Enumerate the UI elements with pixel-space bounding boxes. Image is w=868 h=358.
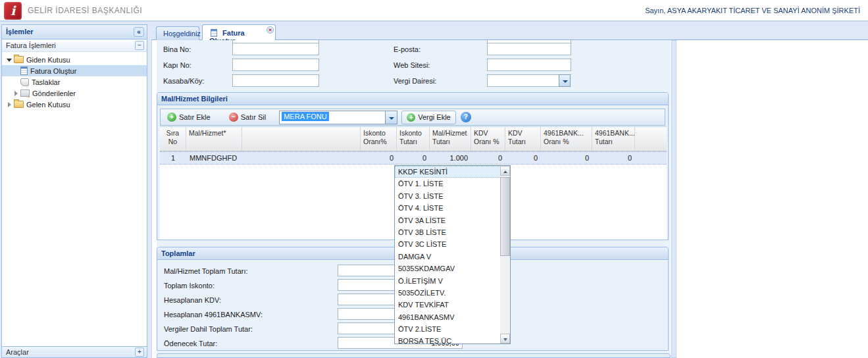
- dropdown-option[interactable]: ÖTV 4. LİSTE: [395, 202, 501, 214]
- sidebar: İşlemler « Fatura İşlemleri − Giden Kutu…: [1, 24, 147, 358]
- web-sitesi-input[interactable]: [487, 59, 571, 71]
- grid-header-row: Sıra No Mal/Hizmet* Iskonto Oranı% Iskon…: [160, 127, 667, 151]
- tab-bar: Hoşgeldiniz Fatura Oluştur ✕: [151, 24, 868, 40]
- kasaba-koy-input[interactable]: [232, 74, 319, 87]
- column-header-kdv-tutari[interactable]: KDV Tutarı: [505, 127, 541, 151]
- expanded-arrow-icon[interactable]: [6, 57, 13, 63]
- user-greeting: Sayın, ASYA AKARYAKIT TİCARET VE SANAYİ …: [645, 7, 860, 14]
- add-icon: +: [407, 113, 415, 122]
- kapi-no-input[interactable]: [232, 59, 319, 71]
- add-tax-button[interactable]: + Vergi Ekle: [401, 111, 456, 124]
- tab-close-icon[interactable]: ✕: [267, 26, 274, 34]
- add-icon: +: [167, 113, 176, 122]
- folder-icon: [14, 101, 24, 108]
- dropdown-option[interactable]: 4961BANKASMV: [395, 311, 501, 323]
- column-header-iskonto-tutari[interactable]: Iskonto Tutarı: [397, 127, 430, 151]
- grid-row-selected[interactable]: 1 MMNFDGHFD 0 0 1.000 0 0 0 0: [160, 151, 667, 165]
- scrollbar-thumb[interactable]: [500, 177, 510, 256]
- calculated-4961bankasmv-label: Hesaplanan 4961BANKASMV:: [164, 311, 263, 319]
- grid-toolbar: + Satır Ekle − Satır Sil MERA FONU + Ver…: [160, 109, 665, 126]
- collapsed-arrow-icon[interactable]: [6, 101, 13, 108]
- column-header-mal-hizmet[interactable]: Mal/Hizmet*: [186, 127, 242, 151]
- total-with-taxes-label: Vergiler Dahil Toplam Tutar:: [164, 325, 253, 333]
- kasaba-koy-label: Kasaba/Köy:: [163, 77, 204, 85]
- column-header-empty: [635, 127, 667, 151]
- dropdown-option[interactable]: BORSA TES.ÜC: [395, 335, 501, 344]
- dropdown-option[interactable]: ÖTV 3B LİSTE: [395, 226, 501, 238]
- tree-panel-header: Fatura İşlemleri −: [2, 39, 147, 52]
- calculated-kdv-label: Hesaplanan KDV:: [164, 296, 221, 304]
- web-sitesi-label: Web Sitesi:: [394, 61, 430, 69]
- dropdown-option[interactable]: ÖTV 2.LİSTE: [395, 323, 501, 335]
- column-header-kdv-orani[interactable]: KDV Oranı %: [471, 127, 505, 151]
- tree-item-giden-kutusu[interactable]: Giden Kutusu: [2, 54, 147, 65]
- total-discount-label: Toplam Iskonto:: [164, 282, 215, 290]
- payable-amount-label: Ödenecek Tutar:: [164, 340, 217, 347]
- tree-item-gonderilenler[interactable]: Gönderilenler: [2, 88, 147, 99]
- dropdown-option[interactable]: DAMGA V: [395, 251, 501, 263]
- folder-icon: [14, 56, 24, 63]
- tools-panel-header[interactable]: Araçlar +: [2, 346, 147, 357]
- next-section-panel-partial: [157, 353, 671, 358]
- drafts-icon: [20, 78, 29, 86]
- scroll-down-icon[interactable]: [500, 334, 510, 344]
- dropdown-option[interactable]: KKDF KESİNTİ: [395, 166, 501, 178]
- tax-type-dropdown-list: KKDF KESİNTİ ÖTV 1. LİSTE ÖTV 3. LİSTE Ö…: [394, 165, 511, 344]
- column-header-iskonto-orani[interactable]: Iskonto Oranı%: [361, 127, 397, 151]
- column-header-4961bank-tutari[interactable]: 4961BANK... Tutarı: [592, 127, 635, 151]
- column-header-sira-no[interactable]: Sıra No: [160, 127, 186, 151]
- dropdown-option[interactable]: ÖTV 3A LİSTE: [395, 215, 501, 226]
- tools-expand-button[interactable]: +: [135, 347, 144, 357]
- dropdown-option[interactable]: ÖTV 3. LİSTE: [395, 190, 501, 202]
- dropdown-option[interactable]: 5035ÖZİLETV.: [395, 287, 501, 299]
- total-amount-label: Mal/Hizmet Toplam Tutarı:: [164, 267, 248, 275]
- column-header-mal-hizmet-tutari[interactable]: Mal/Hizmet Tutarı: [430, 127, 471, 151]
- tools-panel-title: Araçlar: [6, 348, 29, 356]
- delete-row-button[interactable]: − Satır Sil: [225, 113, 270, 122]
- vergi-dairesi-label: Vergi Dairesi:: [394, 77, 436, 85]
- bina-no-input[interactable]: [232, 43, 319, 55]
- sidebar-collapse-button[interactable]: «: [134, 27, 144, 37]
- goods-services-panel-title: Mal/Hizmet Bilgileri: [157, 93, 668, 105]
- column-header-covered[interactable]: [242, 127, 361, 151]
- dropdown-option[interactable]: KDV TEVKİFAT: [395, 299, 501, 311]
- kapi-no-label: Kapı No:: [163, 61, 191, 69]
- tree-item-taslaklar[interactable]: Taslaklar: [2, 76, 147, 88]
- vergi-dairesi-dropdown-trigger[interactable]: [559, 74, 571, 87]
- main-content-panel: Bina No: Kapı No: Kasaba/Köy: E-posta: W…: [151, 40, 868, 358]
- invoice-document-icon: [20, 66, 28, 75]
- app-title: GELİR İDARESİ BAŞKANLIĞI: [28, 6, 142, 15]
- tax-type-selected-value: MERA FONU: [282, 112, 328, 121]
- sidebar-title: İşlemler: [6, 28, 34, 36]
- tab-fatura-olustur[interactable]: Fatura Oluştur ✕: [202, 24, 276, 40]
- tree-panel-title: Fatura İşlemleri: [6, 41, 56, 49]
- form-vertical-scrollbar[interactable]: [671, 40, 677, 358]
- vergi-dairesi-combobox[interactable]: [487, 74, 559, 87]
- tax-type-combobox[interactable]: MERA FONU: [279, 111, 386, 124]
- tax-type-dropdown-trigger[interactable]: [386, 111, 397, 124]
- dropdown-option[interactable]: ÖTV 3C LİSTE: [395, 238, 501, 250]
- sent-items-icon: [20, 90, 30, 97]
- tree-item-gelen-kutusu[interactable]: Gelen Kutusu: [2, 99, 147, 110]
- column-header-4961bank-orani[interactable]: 4961BANK... Oranı %: [541, 127, 592, 151]
- eposta-label: E-posta:: [394, 45, 421, 53]
- help-icon[interactable]: ?: [461, 112, 471, 122]
- scroll-up-icon[interactable]: [500, 166, 510, 176]
- top-header: i GELİR İDARESİ BAŞKANLIĞI Sayın, ASYA A…: [0, 0, 868, 22]
- sidebar-header: İşlemler «: [2, 25, 147, 39]
- tree-collapse-button[interactable]: −: [135, 41, 144, 50]
- tab-document-icon: [211, 29, 217, 37]
- tree-item-fatura-olustur[interactable]: Fatura Oluştur: [2, 65, 147, 76]
- dropdown-option[interactable]: Ö.İLETİŞİM V: [395, 275, 501, 287]
- remove-icon: −: [229, 113, 238, 122]
- navigation-tree: Giden Kutusu Fatura Oluştur Taslaklar Gö…: [2, 52, 147, 110]
- application-window: i GELİR İDARESİ BAŞKANLIĞI Sayın, ASYA A…: [0, 0, 868, 358]
- add-row-button[interactable]: + Satır Ekle: [163, 113, 215, 122]
- tab-hosgeldiniz[interactable]: Hoşgeldiniz: [156, 26, 199, 40]
- dropdown-scrollbar[interactable]: [500, 166, 510, 344]
- dropdown-option[interactable]: 5035SKDAMGAV: [395, 263, 501, 274]
- collapsed-arrow-icon[interactable]: [13, 90, 19, 97]
- gib-logo-icon: i: [4, 2, 22, 20]
- dropdown-option[interactable]: ÖTV 1. LİSTE: [395, 178, 501, 190]
- eposta-input[interactable]: [487, 43, 571, 55]
